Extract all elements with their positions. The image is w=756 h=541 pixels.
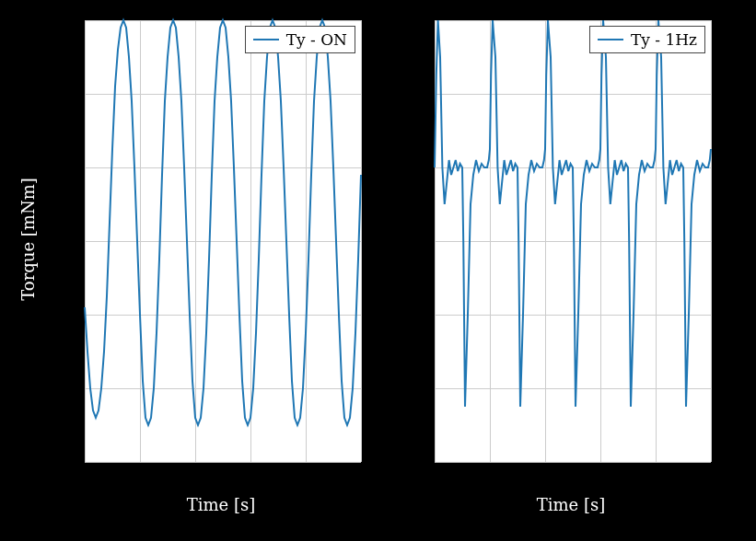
x-tick-label: 0 — [430, 466, 439, 483]
legend-swatch-icon — [253, 39, 279, 40]
left-plot-svg — [85, 20, 361, 462]
left-grid — [85, 20, 361, 462]
left-chart-panel: -60-40-200204060 012345 Ty - ON — [83, 18, 363, 464]
figure: -60-40-200204060 012345 Ty - ON -60-40-2… — [0, 0, 756, 541]
left-legend-label: Ty - ON — [286, 30, 347, 49]
right-legend: Ty - 1Hz — [589, 26, 705, 53]
y-tick-label: 40 — [411, 86, 429, 103]
right-plot-svg — [435, 20, 711, 462]
y-tick-label: 40 — [61, 86, 79, 103]
y-tick-label: 0 — [420, 233, 429, 250]
x-tick-label: 4 — [651, 466, 660, 483]
y-tick-label: 60 — [411, 12, 429, 29]
left-series-line — [85, 20, 361, 425]
y-axis-label: Torque [mNm] — [18, 178, 38, 300]
left-legend: Ty - ON — [245, 26, 355, 53]
x-tick-label: 0 — [80, 466, 89, 483]
y-tick-label: -40 — [55, 380, 79, 397]
x-tick-label: 3 — [246, 466, 255, 483]
y-tick-label: -20 — [55, 306, 79, 324]
x-tick-label: 2 — [541, 466, 550, 483]
x-tick-label: 3 — [596, 466, 605, 483]
y-tick-label: 60 — [61, 12, 79, 29]
right-chart-panel: -60-40-200204060 012345 Ty - 1Hz — [433, 18, 713, 464]
y-tick-label: -60 — [405, 454, 429, 471]
y-tick-label: -20 — [405, 306, 429, 324]
y-tick-label: -60 — [55, 454, 79, 471]
y-tick-label: 0 — [70, 233, 79, 250]
x-tick-label: 5 — [356, 466, 366, 483]
left-x-axis-label: Time [s] — [187, 495, 256, 514]
right-series-line — [435, 20, 711, 407]
right-legend-label: Ty - 1Hz — [631, 30, 697, 49]
legend-swatch-icon — [598, 39, 623, 40]
y-tick-label: -40 — [405, 380, 429, 397]
x-tick-label: 1 — [135, 466, 145, 483]
x-tick-label: 2 — [191, 466, 200, 483]
x-tick-label: 1 — [485, 466, 494, 483]
right-x-axis-label: Time [s] — [537, 495, 606, 514]
y-tick-label: 20 — [411, 159, 429, 177]
right-grid — [435, 20, 711, 462]
x-tick-label: 5 — [706, 466, 715, 483]
y-tick-label: 20 — [61, 159, 79, 177]
x-tick-label: 4 — [301, 466, 310, 483]
